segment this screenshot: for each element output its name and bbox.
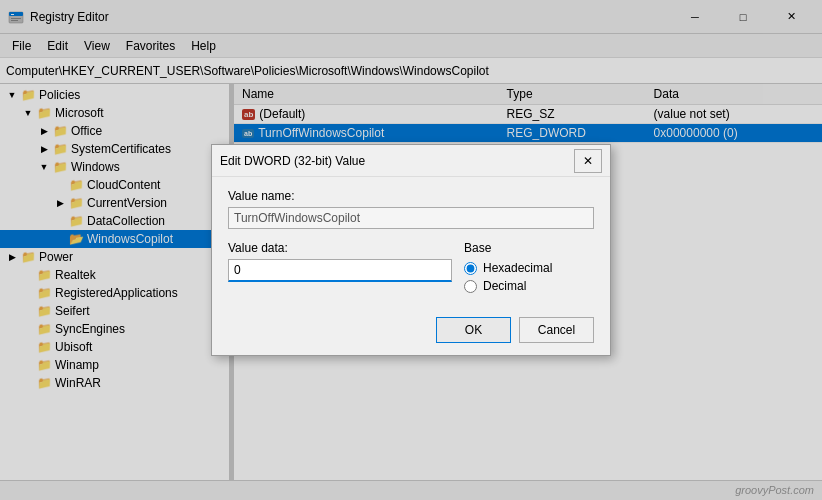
cancel-button[interactable]: Cancel (519, 317, 594, 343)
radio-decimal[interactable] (464, 280, 477, 293)
value-data-row: Value data: Base Hexadecimal Decimal (228, 241, 594, 297)
radio-dec-text: Decimal (483, 279, 526, 293)
value-name-input[interactable] (228, 207, 594, 229)
dialog-footer: OK Cancel (212, 309, 610, 355)
ok-button[interactable]: OK (436, 317, 511, 343)
base-label: Base (464, 241, 594, 255)
value-data-input[interactable] (228, 259, 452, 282)
modal-overlay: Edit DWORD (32-bit) Value ✕ Value name: … (0, 0, 822, 500)
edit-dword-dialog: Edit DWORD (32-bit) Value ✕ Value name: … (211, 144, 611, 356)
dialog-title: Edit DWORD (32-bit) Value (220, 154, 574, 168)
radio-hex-label[interactable]: Hexadecimal (464, 261, 594, 275)
radio-hexadecimal[interactable] (464, 262, 477, 275)
radio-dec-label[interactable]: Decimal (464, 279, 594, 293)
dialog-body: Value name: Value data: Base Hexadecimal… (212, 177, 610, 309)
value-name-label: Value name: (228, 189, 594, 203)
value-data-label: Value data: (228, 241, 452, 255)
base-col: Base Hexadecimal Decimal (464, 241, 594, 297)
value-data-col: Value data: (228, 241, 452, 294)
dialog-close-button[interactable]: ✕ (574, 149, 602, 173)
radio-hex-text: Hexadecimal (483, 261, 552, 275)
dialog-title-bar: Edit DWORD (32-bit) Value ✕ (212, 145, 610, 177)
